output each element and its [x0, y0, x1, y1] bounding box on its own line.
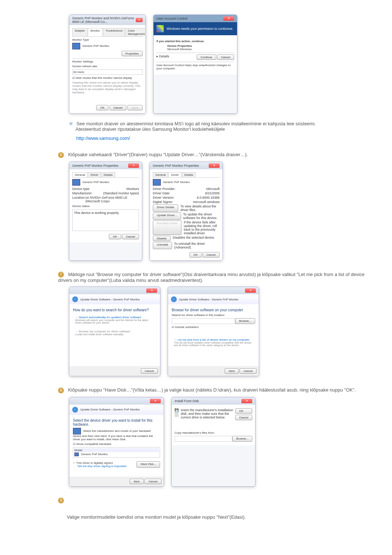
- samsung-link[interactable]: http://www.samsung.com/: [76, 135, 377, 141]
- step-text: Valige monitorimudelite loendist oma mon…: [67, 514, 246, 520]
- tab-troubleshoot[interactable]: Troubleshoot: [103, 28, 125, 36]
- cancel-button[interactable]: Cancel: [203, 252, 220, 258]
- rollback-button[interactable]: Roll Back Driver: [153, 220, 181, 235]
- tab-driver[interactable]: Driver: [88, 172, 101, 177]
- tab-driver[interactable]: Driver: [168, 172, 181, 177]
- desc: Disables the selected device.: [173, 236, 220, 241]
- cancel-button[interactable]: Cancel: [144, 479, 162, 484]
- continue-button[interactable]: Continue: [197, 54, 216, 60]
- close-icon[interactable]: ✕: [245, 288, 256, 293]
- dialog-titlebar: Generic PnP Monitor and NVIDIA GeForce 6…: [69, 15, 146, 25]
- hide-modes-checkbox[interactable]: Hide modes that this monitor cannot disp…: [75, 76, 132, 80]
- path-input[interactable]: [172, 318, 235, 324]
- cancel-button[interactable]: Cancel: [122, 234, 139, 239]
- step-number: 8: [58, 388, 64, 393]
- status-label: Device status: [72, 204, 139, 208]
- refresh-select[interactable]: 60 Hertz: [72, 69, 143, 75]
- disable-button[interactable]: Disable: [153, 236, 171, 241]
- step-9: 9: [58, 498, 377, 504]
- tab-monitor[interactable]: Monitor: [88, 28, 103, 36]
- ok-button[interactable]: OK: [235, 408, 252, 414]
- tab-details[interactable]: Details: [182, 172, 196, 177]
- cancel-button[interactable]: Cancel: [141, 368, 158, 374]
- ok-button[interactable]: OK: [189, 252, 202, 258]
- cancel-button[interactable]: Cancel: [217, 54, 234, 60]
- settings-label: Monitor Settings: [72, 60, 143, 63]
- cancel-button[interactable]: Cancel: [240, 368, 257, 374]
- close-icon[interactable]: ✕: [146, 288, 157, 293]
- close-icon[interactable]: ✕: [136, 18, 143, 22]
- breadcrumb: Update Driver Software - Generic PnP Mon…: [80, 298, 140, 301]
- compat-checkbox[interactable]: Show compatible hardware: [76, 442, 111, 446]
- cancel-button[interactable]: Cancel: [110, 105, 127, 110]
- hide-modes-desc: Clearing this check box allows you to se…: [72, 81, 143, 94]
- desc: If the device fails after updating the d…: [184, 220, 220, 235]
- tab-details[interactable]: Details: [101, 172, 115, 177]
- copy-label: Copy manufacturer's files from:: [175, 431, 252, 434]
- signed-icon: ✓: [73, 461, 75, 465]
- update-driver-button[interactable]: Update Driver...: [153, 212, 181, 220]
- close-icon[interactable]: ✕: [223, 16, 234, 21]
- desc: To update the driver software for this d…: [183, 212, 220, 220]
- dialog-title: Generic PnP Monitor and NVIDIA GeForce 6…: [72, 16, 136, 24]
- provider-v: Microsoft: [206, 187, 220, 191]
- provider-l: Driver Provider:: [153, 187, 176, 191]
- back-icon[interactable]: ←: [72, 296, 78, 302]
- loc-value: on NVIDIA GeForce 6600 LE (Microsoft Cor…: [86, 196, 139, 203]
- monitor-icon: [74, 453, 79, 456]
- step-8: 8 Klõpsake nuppu "Have Disk…"(Võta ketas…: [58, 387, 377, 393]
- ok-button[interactable]: OK: [96, 105, 109, 110]
- tab-general[interactable]: General: [153, 172, 168, 177]
- driver-details-button[interactable]: Driver Details: [153, 204, 178, 212]
- browse-button[interactable]: Browse...: [235, 318, 255, 324]
- details-toggle[interactable]: Details: [159, 54, 170, 58]
- close-icon[interactable]: ✕: [241, 399, 252, 403]
- apply-button[interactable]: Apply: [127, 105, 143, 110]
- version-v: 6.0.6000.16386: [197, 196, 220, 199]
- tab-color[interactable]: Color Management: [125, 28, 146, 36]
- next-button[interactable]: Next: [130, 479, 143, 484]
- uac-header: Windows needs your permission to contion…: [154, 22, 237, 35]
- tab-adapter[interactable]: Adapter: [72, 28, 87, 36]
- properties-button[interactable]: Properties: [122, 51, 143, 56]
- step-text: Klõpsake nuppu "Have Disk…"(Võta ketas…)…: [68, 387, 356, 393]
- devtype-label: Device type:: [72, 187, 90, 191]
- tab-general[interactable]: General: [72, 172, 87, 177]
- browse-button[interactable]: Browse...: [232, 436, 252, 442]
- dialog-title: Generic PnP Monitor Properties: [72, 164, 118, 167]
- back-icon[interactable]: ←: [72, 407, 78, 413]
- signing-link[interactable]: Tell me why driver signing is important: [77, 465, 126, 468]
- dialog-title: Generic PnP Monitor Properties: [153, 164, 199, 167]
- model-item[interactable]: Generic PnP Monitor: [81, 453, 108, 456]
- monitor-type-label: Monitor Type: [72, 38, 143, 41]
- pick-option[interactable]: → Let me pick from a list of device driv…: [172, 336, 255, 349]
- opt-desc: Windows will search your computer and th…: [75, 319, 154, 324]
- status-value: This device is working properly.: [72, 209, 139, 231]
- cancel-button[interactable]: Cancel: [235, 415, 252, 420]
- opt-desc: Locate and install driver software manua…: [75, 333, 154, 336]
- desc: To view details about the driver files.: [180, 204, 220, 212]
- include-subfolders[interactable]: Include subfolders: [175, 325, 199, 329]
- close-icon[interactable]: ✕: [209, 163, 220, 168]
- browse-option[interactable]: → Browse my computer for driver software…: [73, 328, 156, 338]
- select-driver-wizard: ✕ ←Update Driver Software - Generic PnP …: [69, 397, 164, 487]
- close-icon[interactable]: ✕: [128, 163, 139, 168]
- step-number: 7: [58, 272, 64, 278]
- search-auto-option[interactable]: → Search automatically for updated drive…: [73, 313, 156, 326]
- device-prop-label: Device Properties: [167, 44, 234, 48]
- device-name: Generic PnP Monitor: [82, 181, 109, 184]
- date-l: Driver Date:: [153, 191, 170, 195]
- breadcrumb: Update Driver Software - Generic PnP Mon…: [179, 298, 238, 301]
- wizard-heading: Select the device driver you want to ins…: [73, 418, 160, 426]
- have-disk-button[interactable]: Have Disk...: [136, 461, 160, 468]
- monitor-type-value: Generic PnP Monitor: [82, 44, 109, 48]
- wizard-heading: Browse for driver software on your compu…: [172, 308, 255, 312]
- close-icon[interactable]: ✕: [150, 399, 161, 403]
- ok-button[interactable]: OK: [109, 234, 121, 239]
- update-wizard-2: ✕ ←Update Driver Software - Generic PnP …: [168, 287, 259, 376]
- path-select[interactable]: [175, 436, 232, 442]
- next-button[interactable]: Next: [225, 368, 238, 374]
- devtype-value: Monitors: [126, 187, 139, 191]
- uninstall-button[interactable]: Uninstall: [153, 242, 172, 249]
- back-icon[interactable]: ←: [171, 296, 177, 302]
